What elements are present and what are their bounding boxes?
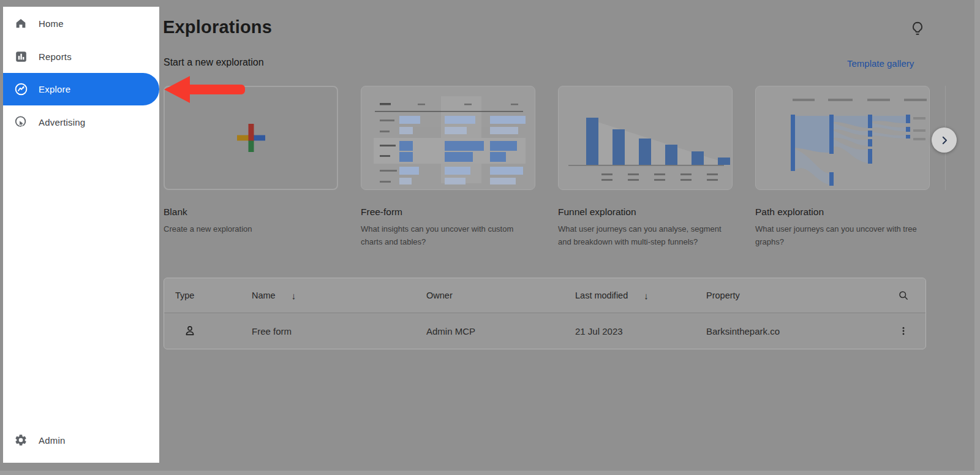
sort-desc-icon[interactable]: ↓ [292, 291, 296, 301]
analytics-explorations-screen: Home Reports Explore [0, 0, 980, 475]
column-label: Property [706, 291, 740, 300]
red-arrow-annotation [163, 74, 246, 105]
column-header-last-modified[interactable]: Last modified ↓ [575, 291, 706, 301]
funnel-chart-thumbnail [558, 86, 733, 190]
column-header-property[interactable]: Property [706, 291, 890, 300]
sidebar-item-label: Admin [39, 435, 66, 446]
column-label: Type [175, 291, 194, 300]
sidebar-item-admin[interactable]: Admin [3, 424, 159, 457]
template-description: Create a new exploration [164, 223, 338, 236]
carousel-next-button[interactable] [932, 127, 957, 153]
row-owner: Admin MCP [426, 326, 575, 336]
template-name: Funnel exploration [558, 207, 733, 218]
template-gallery-link[interactable]: Template gallery [847, 58, 914, 69]
column-header-type[interactable]: Type [175, 291, 252, 300]
gear-icon [13, 433, 28, 447]
template-name: Blank [164, 207, 338, 218]
table-row-free-form[interactable]: Free form Admin MCP 21 Jul 2023 Barksint… [164, 313, 925, 349]
sidebar-item-label: Advertising [39, 117, 85, 127]
explore-compass-icon [13, 82, 28, 97]
table-search-button[interactable] [890, 289, 917, 302]
column-label: Owner [426, 291, 453, 300]
search-icon [897, 289, 910, 302]
template-cards-row: Blank Create a new exploration [164, 86, 935, 248]
section-heading: Start a new exploration [164, 57, 264, 68]
column-header-name[interactable]: Name ↓ [252, 291, 426, 301]
advertising-target-icon [13, 115, 28, 129]
sidebar-item-label: Explore [39, 84, 70, 94]
kebab-menu-icon [898, 325, 909, 336]
bar-chart-icon [13, 49, 28, 64]
sort-desc-icon[interactable]: ↓ [644, 291, 649, 301]
table-header-row: Type Name ↓ Owner Last modified ↓ Proper… [164, 278, 925, 313]
column-header-owner[interactable]: Owner [426, 291, 575, 300]
template-card-free-form[interactable]: Free-form What insights can you uncover … [361, 86, 535, 248]
freeform-table-thumbnail [361, 86, 535, 190]
sidebar-nav: Home Reports Explore [3, 7, 159, 463]
sidebar-item-advertising[interactable]: Advertising [3, 105, 159, 139]
row-name: Free form [252, 326, 426, 336]
template-card-path[interactable]: Path exploration What user journeys can … [755, 86, 930, 248]
template-name: Free-form [361, 207, 535, 218]
template-description: What user journeys can you analyse, segm… [558, 223, 733, 248]
page-title: Explorations [163, 17, 272, 37]
sidebar-item-home[interactable]: Home [3, 7, 159, 40]
sidebar-item-label: Reports [39, 51, 72, 62]
template-card-blank[interactable]: Blank Create a new exploration [164, 86, 338, 248]
screen-edge [974, 0, 980, 475]
row-type-cell [183, 324, 252, 338]
explorations-table: Type Name ↓ Owner Last modified ↓ Proper… [164, 278, 926, 349]
row-actions-button[interactable] [890, 325, 917, 336]
sidebar-item-label: Home [39, 18, 64, 29]
template-description: What user journeys can you uncover with … [755, 223, 930, 248]
row-last-modified: 21 Jul 2023 [575, 326, 706, 336]
column-label: Last modified [575, 291, 628, 300]
template-description: What insights can you uncover with custo… [361, 223, 535, 248]
template-name: Path exploration [755, 207, 930, 218]
chevron-right-icon [939, 135, 950, 146]
google-plus-icon [236, 123, 266, 153]
screen-edge [0, 471, 980, 475]
lightbulb-icon[interactable] [909, 20, 926, 37]
sidebar-item-reports[interactable]: Reports [3, 40, 159, 73]
row-property: Barksinthepark.co [706, 326, 890, 336]
template-card-funnel[interactable]: Funnel exploration What user journeys ca… [558, 86, 733, 248]
home-icon [13, 16, 28, 31]
sidebar-item-explore[interactable]: Explore [3, 73, 159, 105]
person-icon [183, 324, 197, 338]
sankey-thumbnail [755, 86, 930, 190]
column-label: Name [252, 291, 276, 300]
